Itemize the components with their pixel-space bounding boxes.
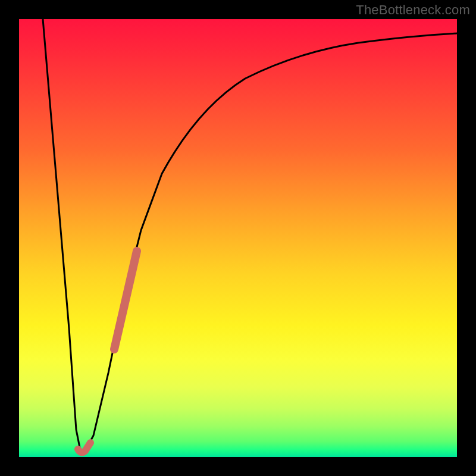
- bottleneck-curve: [43, 19, 457, 451]
- watermark-text: TheBottleneck.com: [356, 2, 470, 18]
- chart-frame: TheBottleneck.com: [0, 0, 476, 476]
- rising-marker: [114, 251, 137, 349]
- plot-area: [19, 19, 457, 457]
- curve-layer: [19, 19, 457, 457]
